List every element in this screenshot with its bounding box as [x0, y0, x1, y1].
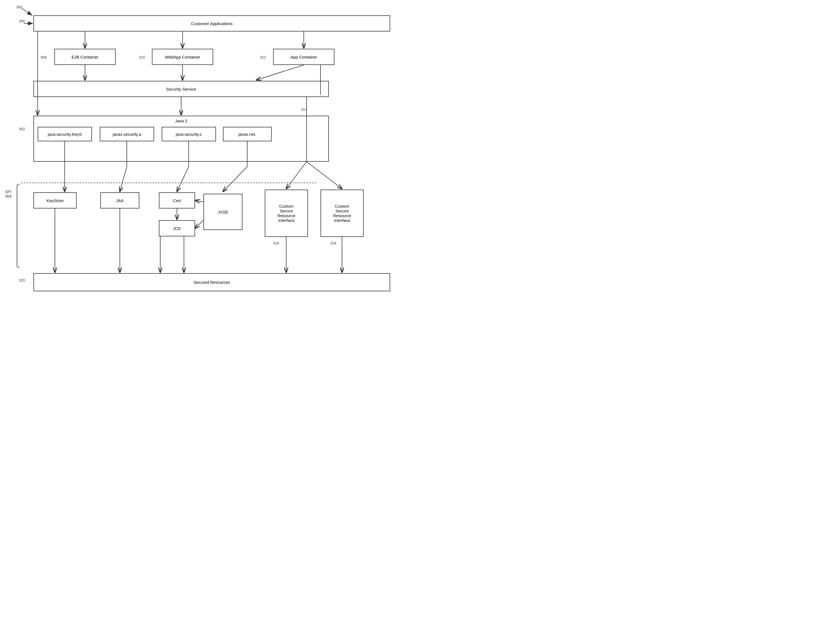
jaa-box: JAA: [100, 192, 140, 208]
javax-security-a-box: javax.security.a: [100, 127, 154, 141]
cert-box: Cert: [159, 192, 195, 208]
custom-secure-resource-1-label: Custom Secure Resource Interface: [277, 204, 295, 223]
svg-line-29: [286, 162, 307, 189]
ejb-container-box: EJB Container: [54, 49, 116, 65]
ref-316: 316: [273, 241, 279, 245]
cert-label: Cert: [173, 198, 181, 203]
jaa-label: JAA: [116, 198, 124, 203]
svg-line-14: [177, 167, 188, 192]
ref-314: 314: [301, 107, 307, 111]
javax-security-a-label: javax.security.a: [113, 132, 141, 137]
custom-secure-resource-2-label: Custom Secure Resource Interface: [333, 204, 351, 223]
ref-318: 318: [330, 241, 336, 245]
ref-308: 308: [40, 55, 46, 59]
security-service-box: Security Service: [33, 81, 329, 97]
architecture-diagram: 300 Customer Applications 306 EJB Contai…: [0, 0, 420, 309]
java-security-keys-box: java.security.KeyS: [38, 127, 92, 141]
ref-306: 306: [19, 19, 25, 23]
svg-line-33: [22, 8, 32, 15]
ref-310: 310: [139, 55, 145, 59]
jsse-box: JSSE: [203, 194, 242, 230]
javax-net-label: javax.net.: [238, 132, 256, 137]
custom-secure-resource-1-box: Custom Secure Resource Interface: [265, 190, 308, 237]
ref-312: 312: [260, 55, 266, 59]
spi-label: SPI 304: [5, 190, 12, 199]
ref-302: 302: [19, 127, 25, 131]
svg-line-12: [120, 167, 127, 192]
webapp-container-box: WebApp Container: [152, 49, 213, 65]
ref-320: 320: [19, 278, 25, 282]
custom-secure-resource-2-box: Custom Secure Resource Interface: [321, 190, 364, 237]
java-security-c-box: java.security.c: [162, 127, 216, 141]
customer-applications-box: Customer Applications: [33, 15, 390, 31]
svg-line-18: [195, 201, 203, 202]
app-container-box: App Container: [273, 49, 334, 65]
secured-resources-box: Secured Resources: [33, 273, 390, 291]
java2-label: Java 2: [175, 119, 187, 123]
ref-300: 300: [16, 5, 22, 9]
svg-line-6: [257, 65, 304, 80]
keystore-box: KeyStore: [33, 192, 77, 208]
security-service-label: Security Service: [166, 87, 196, 91]
secured-resources-label: Secured Resources: [193, 280, 230, 285]
jsse-label: JSSE: [218, 209, 228, 214]
customer-applications-label: Customer Applications: [191, 21, 232, 26]
svg-line-19: [195, 220, 203, 228]
ejb-container-label: EJB Container: [72, 55, 99, 59]
spi-bracket: [17, 184, 19, 267]
keystore-label: KeyStore: [46, 198, 64, 203]
webapp-container-label: WebApp Container: [165, 55, 200, 59]
svg-line-16: [223, 167, 247, 192]
java-security-c-label: java.security.c: [176, 132, 202, 137]
jce-label: JCE: [173, 226, 181, 231]
svg-line-30: [307, 162, 342, 189]
java-security-keys-label: java.security.KeyS: [47, 132, 82, 137]
dashed-separator: [21, 183, 316, 183]
jce-box: JCE: [159, 220, 195, 236]
javax-net-box: javax.net.: [223, 127, 272, 141]
app-container-label: App Container: [290, 55, 317, 59]
